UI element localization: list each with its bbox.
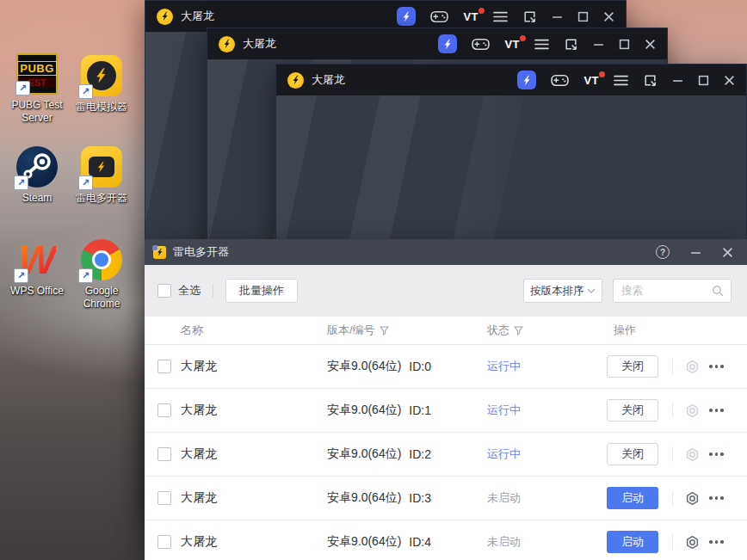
- multi-instance-icon[interactable]: [564, 37, 578, 52]
- desktop-shortcut-ldplayer[interactable]: ↗ 雷电模拟器: [69, 55, 134, 114]
- more-options-icon[interactable]: [709, 409, 724, 412]
- more-options-icon[interactable]: [709, 452, 724, 456]
- emulator-2-titlebar[interactable]: 大屠龙 VT: [207, 28, 667, 59]
- select-all-label: 全选: [178, 283, 201, 298]
- desktop-shortcut-google-chrome[interactable]: ↗ Google Chrome: [69, 239, 134, 311]
- minimize-icon[interactable]: [672, 75, 683, 86]
- settings-icon[interactable]: [685, 520, 700, 560]
- steam-icon: ↗: [16, 146, 58, 188]
- search-input[interactable]: [614, 285, 707, 297]
- help-icon[interactable]: ?: [656, 245, 670, 259]
- boost-icon[interactable]: [397, 7, 416, 26]
- sort-dropdown[interactable]: 按版本排序: [523, 279, 602, 303]
- more-options-icon[interactable]: [709, 365, 724, 368]
- minimize-icon[interactable]: [593, 39, 604, 50]
- header-name: 名称: [181, 317, 203, 344]
- desktop-screen: PUBG EST ↗ PUBG Test Server ↗ 雷电模拟器 ↗ St…: [0, 0, 747, 560]
- settings-icon[interactable]: [685, 345, 700, 388]
- row-checkbox[interactable]: [157, 535, 171, 549]
- shortcut-label: 雷电模拟器: [69, 101, 134, 114]
- ldmultiplayer-app-icon: [153, 246, 166, 259]
- settings-icon[interactable]: [685, 389, 700, 432]
- desktop-shortcut-steam[interactable]: ↗ Steam: [4, 146, 70, 205]
- toolbar-divider: [213, 284, 213, 298]
- maximize-icon[interactable]: [619, 39, 630, 50]
- vt-button[interactable]: VT: [583, 74, 599, 87]
- gamepad-icon[interactable]: [430, 10, 448, 23]
- close-icon[interactable]: [722, 247, 733, 258]
- boost-icon[interactable]: [438, 34, 457, 53]
- stop-button[interactable]: 关闭: [607, 399, 658, 422]
- chevron-down-icon: [587, 288, 596, 293]
- desktop-shortcut-pubg-test-server[interactable]: PUBG EST ↗ PUBG Test Server: [4, 53, 70, 125]
- multi-instance-icon[interactable]: [643, 73, 657, 88]
- select-all-checkbox[interactable]: [157, 284, 171, 298]
- row-checkbox[interactable]: [157, 403, 171, 417]
- notification-dot: [520, 35, 526, 41]
- settings-icon[interactable]: [685, 477, 700, 520]
- stop-button[interactable]: 关闭: [607, 355, 658, 378]
- row-checkbox[interactable]: [157, 491, 171, 505]
- instance-name: 大屠龙: [181, 433, 217, 476]
- shortcut-arrow-icon: ↗: [14, 268, 28, 283]
- ldmultiplayer-icon: ↗: [81, 146, 122, 188]
- menu-icon[interactable]: [534, 39, 549, 50]
- instance-version: 安卓9.0(64位)ID:3: [327, 477, 431, 520]
- shortcut-label: Google Chrome: [69, 285, 134, 311]
- batch-operations-button[interactable]: 批量操作: [225, 279, 298, 303]
- vt-button[interactable]: VT: [463, 10, 478, 23]
- close-icon[interactable]: [724, 75, 735, 86]
- instance-version: 安卓9.0(64位)ID:4: [327, 520, 431, 560]
- start-button[interactable]: 启动: [607, 531, 658, 553]
- minimize-icon[interactable]: [552, 11, 563, 22]
- row-checkbox[interactable]: [157, 447, 171, 461]
- maximize-icon[interactable]: [577, 11, 589, 22]
- close-icon[interactable]: [645, 39, 656, 50]
- more-options-icon[interactable]: [709, 540, 724, 544]
- multi-manager-titlebar[interactable]: 雷电多开器 ?: [145, 239, 747, 265]
- row-divider: [672, 534, 673, 550]
- search-icon[interactable]: [712, 285, 724, 297]
- instance-name: 大屠龙: [181, 389, 217, 432]
- header-operation: 操作: [614, 317, 636, 344]
- close-icon[interactable]: [603, 11, 614, 22]
- emulator-3-titlebar[interactable]: 大屠龙 VT: [276, 65, 746, 95]
- pubg-icon-text: PUBG: [17, 61, 57, 76]
- window-title: 大屠龙: [243, 36, 276, 52]
- maximize-icon[interactable]: [698, 75, 709, 86]
- menu-icon[interactable]: [493, 11, 508, 22]
- search-box: [613, 279, 732, 303]
- instance-row: 大屠龙 安卓9.0(64位)ID:1 运行中 关闭: [145, 389, 747, 433]
- shortcut-arrow-icon: ↗: [14, 175, 28, 190]
- row-divider: [672, 403, 673, 418]
- row-divider: [672, 446, 673, 462]
- row-divider: [672, 359, 673, 374]
- shortcut-arrow-icon: ↗: [78, 268, 93, 283]
- instance-version: 安卓9.0(64位)ID:2: [327, 433, 431, 476]
- header-version: 版本/编号: [327, 317, 389, 344]
- settings-icon[interactable]: [685, 433, 700, 476]
- more-options-icon[interactable]: [709, 496, 724, 500]
- row-checkbox[interactable]: [157, 360, 171, 373]
- stop-button[interactable]: 关闭: [607, 443, 658, 465]
- multi-instance-icon[interactable]: [522, 9, 537, 24]
- instance-status: 未启动: [487, 477, 521, 520]
- gamepad-icon[interactable]: [472, 38, 490, 51]
- filter-icon[interactable]: [380, 326, 389, 335]
- start-button[interactable]: 启动: [607, 487, 658, 509]
- gamepad-icon[interactable]: [551, 74, 569, 87]
- wps-office-icon: W ↗: [16, 239, 58, 280]
- minimize-icon[interactable]: [690, 247, 701, 258]
- ldplayer-logo-icon: [287, 72, 304, 89]
- desktop-shortcut-ldmultiplayer[interactable]: ↗ 雷电多开器: [69, 146, 134, 205]
- boost-icon[interactable]: [517, 71, 536, 89]
- menu-icon[interactable]: [614, 75, 628, 86]
- ldplayer-icon: ↗: [81, 55, 122, 96]
- desktop-shortcut-wps-office[interactable]: W ↗ WPS Office: [4, 239, 70, 298]
- vt-button[interactable]: VT: [504, 38, 520, 51]
- pubg-icon: PUBG EST ↗: [16, 53, 58, 95]
- filter-icon[interactable]: [514, 326, 523, 335]
- row-divider: [672, 490, 673, 506]
- sort-selected-value: 按版本排序: [530, 284, 584, 298]
- shortcut-label: Steam: [4, 192, 70, 205]
